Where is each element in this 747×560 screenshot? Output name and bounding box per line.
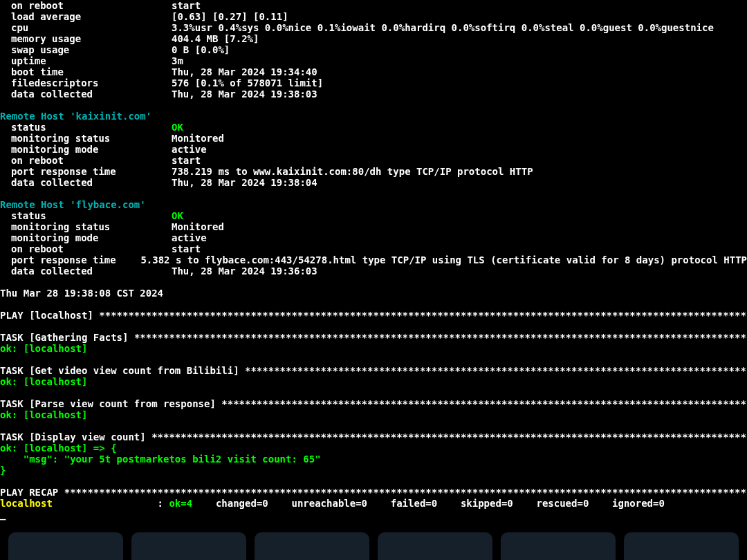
field-label: status [0,210,172,221]
task-gathering-facts: TASK [Gathering Facts] *****************… [0,332,747,343]
field-value: start [172,155,201,166]
field-value: 3.3%usr 0.4%sys 0.0%nice 0.1%iowait 0.0%… [172,22,714,33]
ok-localhost-4: ok: [localhost] => { [0,442,747,454]
field-label: on reboot [0,0,172,11]
field-label: uptime [0,55,172,66]
field-label: data collected [0,265,172,277]
taskbar-button-4[interactable] [378,532,492,560]
taskbar [0,527,747,560]
ok-localhost-1: ok: [localhost] [0,343,747,354]
field-label: port response time [0,254,140,265]
field-label: data collected [0,88,172,100]
remote-host-2-block: statusOKmonitoring statusMonitoredmonito… [0,210,747,277]
ok-localhost-2: ok: [localhost] [0,376,747,387]
field-label: boot time [0,66,172,77]
play-line: PLAY [localhost] ***********************… [0,310,747,321]
task-get-video: TASK [Get video view count from Bilibili… [0,365,747,376]
field-value: start [172,243,201,254]
field-value: 576 [0.1% of 578071 limit] [172,77,323,88]
field-value: Thu, 28 Mar 2024 19:36:03 [172,265,317,277]
taskbar-button-5[interactable] [501,532,616,560]
field-value: 5.382 s to flybace.com:443/54278.html ty… [140,254,747,265]
field-value: OK [172,210,183,221]
field-label: data collected [0,177,172,188]
field-value: [0.63] [0.27] [0.11] [172,11,288,22]
close-brace: } [0,465,747,476]
msg-line: "msg": "your 5t postmarketos bili2 visit… [0,454,747,465]
remote-host-2-header: Remote Host 'flybace.com' [0,199,146,210]
taskbar-button-2[interactable] [131,532,246,560]
taskbar-button-6[interactable] [624,532,739,560]
ok-localhost-3: ok: [localhost] [0,409,747,420]
field-label: cpu [0,22,172,33]
remote-host-1-block: statusOKmonitoring statusMonitoredmonito… [0,122,747,188]
field-value: Thu, 28 Mar 2024 19:34:40 [172,66,317,77]
timestamp-line: Thu Mar 28 19:38:08 CST 2024 [0,288,747,299]
recap-stats: localhost : ok=4 changed=0 unreachable=0… [0,498,747,509]
task-display-view: TASK [Display view count] **************… [0,431,747,442]
field-label: monitoring mode [0,144,172,155]
field-label: monitoring status [0,221,172,232]
taskbar-button-3[interactable] [255,532,369,560]
field-label: on reboot [0,155,172,166]
field-label: filedescriptors [0,77,172,88]
field-value: active [172,144,207,155]
field-value: 738.219 ms to www.kaixinit.com:80/dh typ… [172,166,533,177]
task-parse-view: TASK [Parse view count from response] **… [0,398,747,409]
field-value: start [172,0,201,11]
field-value: Thu, 28 Mar 2024 19:38:03 [172,88,317,100]
field-value: OK [172,122,183,133]
field-label: monitoring mode [0,232,172,243]
play-recap-line: PLAY RECAP *****************************… [0,487,747,498]
field-label: status [0,122,172,133]
field-value: 404.4 MB [7.2%] [172,33,259,44]
field-label: memory usage [0,33,172,44]
field-value: Thu, 28 Mar 2024 19:38:04 [172,177,317,188]
field-label: on reboot [0,243,172,254]
field-label: port response time [0,166,172,177]
field-value: active [172,232,207,243]
field-value: Monitored [172,221,224,232]
taskbar-button-1[interactable] [8,532,123,560]
field-value: 3m [172,55,183,66]
system-status-block: on rebootstartload average[0.63] [0.27] … [0,0,747,100]
field-label: monitoring status [0,133,172,144]
field-label: swap usage [0,44,172,55]
remote-host-1-header: Remote Host 'kaixinit.com' [0,111,151,122]
field-value: 0 B [0.0%] [172,44,230,55]
field-label: load average [0,11,172,22]
field-value: Monitored [172,133,224,144]
